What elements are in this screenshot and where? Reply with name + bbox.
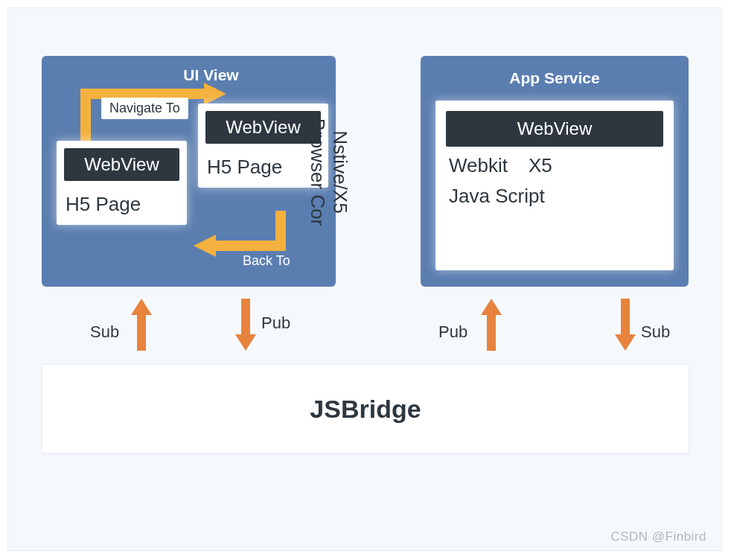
svg-marker-9 [235, 334, 256, 351]
navigate-to-label: Navigate To [101, 98, 188, 119]
diagram-canvas: UI View Navigate To WebView H5 Page [7, 7, 722, 551]
svg-marker-5 [194, 235, 216, 257]
watermark: CSDN @Finbird [610, 529, 706, 544]
tech-line-2: Java Script [446, 185, 663, 208]
arrow-uiview-sub [131, 299, 152, 351]
tech-line-1: Webkit X5 [446, 154, 663, 177]
jsbridge-label: JSBridge [310, 395, 421, 424]
jsbridge-box: JSBridge [42, 364, 689, 454]
svg-marker-10 [481, 299, 502, 315]
tech-javascript: Java Script [449, 185, 545, 208]
appservice-panel: App Service WebView Webkit X5 Java Scrip… [421, 56, 689, 287]
browser-core-label: Nstive/X5 Browser Cor [307, 75, 351, 269]
browser-core-line1: Nstive/X5 [329, 130, 351, 213]
arrow-appservice-sub [615, 299, 636, 351]
label-appservice-pub: Pub [438, 322, 467, 342]
uiview-title: UI View [86, 56, 336, 84]
tech-webkit: Webkit [449, 154, 508, 177]
label-uiview-pub: Pub [261, 314, 290, 333]
svg-rect-11 [487, 314, 496, 351]
svg-marker-2 [204, 83, 226, 105]
webview-bar: WebView [446, 111, 663, 147]
page-body-label: H5 Page [64, 187, 179, 219]
label-uiview-sub: Sub [90, 322, 119, 342]
svg-rect-12 [621, 299, 630, 336]
webview-bar: WebView [64, 148, 179, 181]
svg-rect-7 [137, 314, 146, 351]
uiview-page-a: WebView H5 Page [57, 141, 187, 225]
svg-rect-4 [214, 241, 286, 251]
browser-core-line2: Browser Cor [307, 118, 329, 226]
label-appservice-sub: Sub [641, 322, 670, 342]
svg-marker-6 [131, 299, 152, 315]
svg-marker-13 [615, 334, 636, 351]
arrow-appservice-pub [481, 299, 502, 351]
webview-bar: WebView [205, 111, 321, 144]
page-body-label: H5 Page [205, 150, 321, 182]
tech-x5: X5 [529, 154, 552, 177]
back-to-label: Back To [235, 251, 298, 271]
appservice-card: WebView Webkit X5 Java Script [435, 101, 674, 270]
svg-rect-8 [241, 299, 250, 336]
appservice-title: App Service [421, 56, 689, 87]
uiview-panel: UI View Navigate To WebView H5 Page [42, 56, 336, 287]
arrow-uiview-pub [235, 299, 256, 351]
svg-rect-3 [275, 211, 286, 251]
